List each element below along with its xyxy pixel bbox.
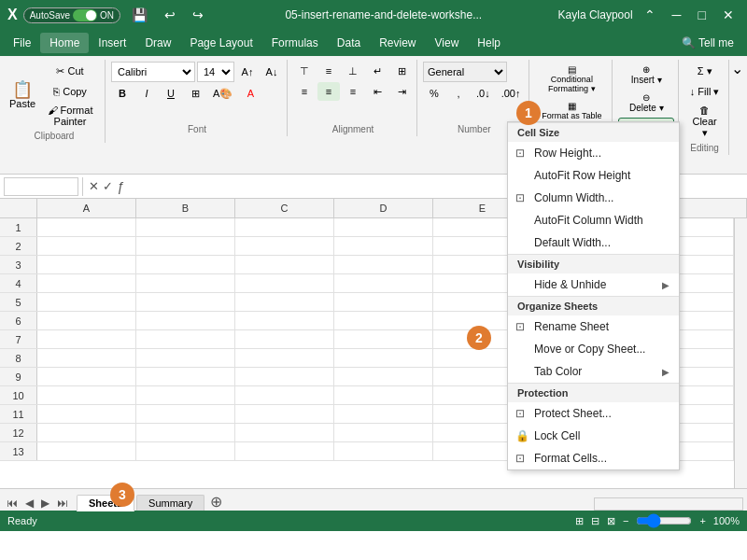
name-box[interactable]: [4, 177, 78, 196]
font-group: Calibri 14 A↑ A↓ B I U ⊞ A🎨 A Font: [107, 60, 288, 136]
left-align-button[interactable]: ≡: [293, 82, 316, 101]
decrease-font-button[interactable]: A↓: [261, 63, 283, 81]
paste-button[interactable]: 📋 Paste: [7, 77, 37, 113]
menu-file[interactable]: File: [4, 33, 40, 53]
add-sheet-button[interactable]: ⊕: [206, 493, 226, 511]
enter-formula-btn[interactable]: ✓: [103, 179, 113, 193]
col-header-d[interactable]: D: [334, 199, 433, 217]
insert-button[interactable]: ⊕ Insert ▾: [618, 62, 674, 88]
menu-view[interactable]: View: [426, 33, 469, 53]
clipboard-small: ✂ Cut ⎘ Copy 🖌 Format Painter: [39, 62, 101, 129]
sheet-nav-prev[interactable]: ◀: [22, 496, 36, 511]
insert-function-btn[interactable]: ƒ: [117, 179, 124, 194]
menu-insert[interactable]: Insert: [89, 33, 135, 53]
ribbon-scroll-right[interactable]: ⌄: [731, 60, 743, 77]
horizontal-scrollbar[interactable]: [594, 497, 743, 511]
percent-button[interactable]: %: [423, 84, 445, 103]
col-header-b[interactable]: B: [136, 199, 235, 217]
format-cells-item[interactable]: ⊡ Format Cells...: [508, 447, 679, 469]
menu-data[interactable]: Data: [328, 33, 370, 53]
underline-button[interactable]: U: [160, 84, 182, 103]
center-align-button[interactable]: ≡: [317, 82, 340, 101]
menu-page-layout[interactable]: Page Layout: [180, 33, 261, 53]
autosave-toggle[interactable]: [73, 9, 97, 21]
move-copy-sheet-item[interactable]: Move or Copy Sheet...: [508, 338, 679, 360]
vertical-scrollbar[interactable]: [734, 218, 747, 488]
increase-decimal-button[interactable]: .00↑: [497, 84, 526, 103]
row-height-item[interactable]: ⊡ Row Height...: [508, 142, 679, 164]
sheet-nav-next[interactable]: ▶: [38, 496, 52, 511]
undo-button[interactable]: ↩: [159, 6, 181, 24]
paste-icon: 📋: [12, 81, 33, 98]
minimize-button[interactable]: ─: [667, 6, 687, 24]
autofit-row-height-item[interactable]: AutoFit Row Height: [508, 164, 679, 187]
tab-color-arrow: ▶: [662, 367, 669, 377]
view-normal[interactable]: ⊞: [575, 515, 584, 527]
save-button[interactable]: 💾: [126, 6, 153, 24]
comma-button[interactable]: ,: [447, 84, 470, 103]
protect-sheet-icon: ⊡: [515, 407, 525, 420]
lock-cell-item[interactable]: 🔒 Lock Cell: [508, 425, 679, 447]
protect-sheet-item[interactable]: ⊡ Protect Sheet...: [508, 402, 679, 425]
zoom-slider[interactable]: [636, 516, 692, 525]
hide-unhide-item[interactable]: Hide & Unhide ▶: [508, 273, 679, 296]
menu-formulas[interactable]: Formulas: [262, 33, 328, 53]
right-align-button[interactable]: ≡: [342, 82, 364, 101]
ribbon-toggle[interactable]: ⌃: [639, 6, 661, 24]
col-header-c[interactable]: C: [235, 199, 334, 217]
fill-button[interactable]: ↓ Fill ▾: [684, 82, 725, 101]
badge-3: 3: [110, 483, 134, 507]
top-align-button[interactable]: ⊤: [293, 62, 316, 80]
middle-align-button[interactable]: ≡: [317, 62, 340, 80]
lock-cell-label: Lock Cell: [534, 429, 580, 442]
menu-home[interactable]: Home: [40, 33, 89, 53]
zoom-in-button[interactable]: +: [699, 515, 705, 526]
font-size-select[interactable]: 14: [197, 62, 234, 82]
font-color-button[interactable]: A: [239, 84, 261, 103]
delete-button[interactable]: ⊖ Delete ▾: [618, 90, 674, 116]
cut-button[interactable]: ✂ Cut: [39, 62, 101, 80]
autofit-column-width-item[interactable]: AutoFit Column Width: [508, 209, 679, 231]
italic-button[interactable]: I: [135, 84, 158, 103]
conditional-formatting-button[interactable]: ▤ Conditional Formatting ▾: [535, 62, 608, 96]
column-width-item[interactable]: ⊡ Column Width...: [508, 187, 679, 209]
sheet-nav-last[interactable]: ⏭: [54, 496, 71, 511]
font-name-select[interactable]: Calibri: [111, 62, 195, 82]
clear-button[interactable]: 🗑 Clear ▾: [684, 103, 725, 141]
ribbon-scroll-btn[interactable]: ⌄: [731, 60, 743, 77]
sheet-tab-summary[interactable]: Summary: [136, 495, 204, 511]
sheet-nav-first[interactable]: ⏮: [4, 496, 21, 511]
menu-draw[interactable]: Draw: [135, 33, 180, 53]
bold-button[interactable]: B: [111, 84, 134, 103]
col-header-a[interactable]: A: [37, 199, 136, 217]
copy-button[interactable]: ⎘ Copy: [39, 82, 101, 101]
zoom-out-button[interactable]: −: [623, 515, 628, 526]
view-page-break[interactable]: ⊠: [607, 515, 615, 527]
bottom-align-button[interactable]: ⊥: [342, 62, 364, 80]
protection-header: Protection: [508, 383, 679, 402]
rename-sheet-item[interactable]: ⊡ Rename Sheet: [508, 315, 679, 338]
indent-right-button[interactable]: ⇥: [390, 82, 413, 101]
menu-review[interactable]: Review: [370, 33, 425, 53]
wrap-text-button[interactable]: ↵: [366, 62, 388, 80]
menu-help[interactable]: Help: [468, 33, 510, 53]
autosave-pill[interactable]: AutoSave ON: [23, 7, 120, 23]
fill-color-button[interactable]: A🎨: [208, 84, 237, 103]
redo-button[interactable]: ↪: [187, 6, 209, 24]
menu-tell-me[interactable]: 🔍 Tell me: [672, 33, 743, 53]
number-row2: % , .0↓ .00↑: [423, 84, 525, 103]
format-painter-button[interactable]: 🖌 Format Painter: [39, 103, 101, 129]
maximize-button[interactable]: □: [693, 6, 712, 24]
indent-left-button[interactable]: ⇤: [366, 82, 388, 101]
cancel-formula-btn[interactable]: ✕: [89, 179, 99, 193]
view-page-layout[interactable]: ⊟: [591, 515, 599, 527]
tab-color-item[interactable]: Tab Color ▶: [508, 360, 679, 383]
default-width-item[interactable]: Default Width...: [508, 231, 679, 254]
increase-font-button[interactable]: A↑: [236, 63, 259, 81]
number-format-select[interactable]: General: [423, 62, 507, 82]
decrease-decimal-button[interactable]: .0↓: [472, 84, 495, 103]
merge-button[interactable]: ⊞: [390, 62, 413, 80]
close-button[interactable]: ✕: [717, 6, 740, 24]
border-button[interactable]: ⊞: [184, 84, 206, 103]
sum-button[interactable]: Σ ▾: [684, 62, 725, 80]
